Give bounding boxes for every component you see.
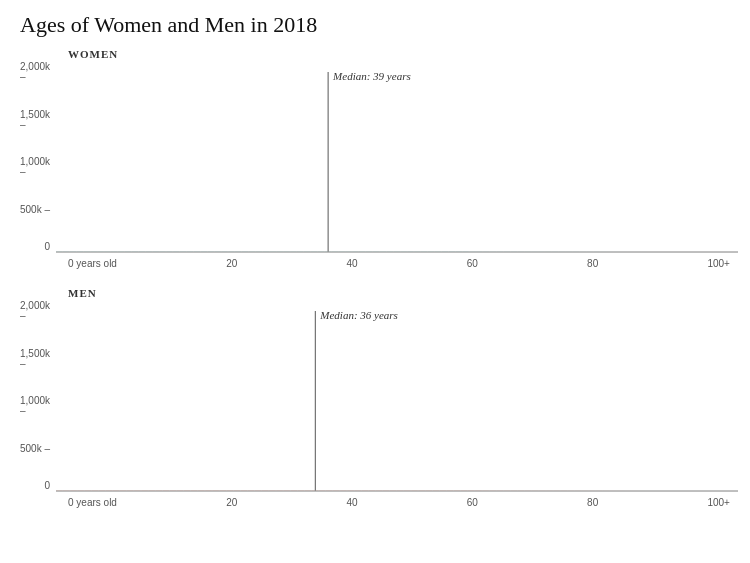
x-label-0: 0 years old — [68, 258, 117, 269]
men-y-tick-1500k: 1,500k – — [20, 349, 50, 369]
men-y-axis: 2,000k – 1,500k – 1,000k – 500k – 0 — [20, 301, 56, 496]
x-label-40: 40 — [346, 258, 357, 269]
women-label: WOMEN — [68, 48, 730, 60]
x-label-80: 80 — [587, 258, 598, 269]
men-y-tick-0: 0 — [44, 481, 50, 491]
x-label-40-men: 40 — [346, 497, 357, 508]
men-y-tick-500k: 500k – — [20, 444, 50, 454]
men-label: MEN — [68, 287, 730, 299]
women-x-axis: 0 years old 20 40 60 80 100+ — [20, 258, 730, 269]
men-chart-section: MEN 2,000k – 1,500k – 1,000k – 500k – 0 … — [20, 287, 730, 508]
page: Ages of Women and Men in 2018 WOMEN 2,00… — [0, 0, 750, 526]
x-label-20: 20 — [226, 258, 237, 269]
women-y-tick-1500k: 1,500k – — [20, 110, 50, 130]
women-y-tick-1000k: 1,000k – — [20, 157, 50, 177]
x-label-20-men: 20 — [226, 497, 237, 508]
x-label-0-men: 0 years old — [68, 497, 117, 508]
x-label-100: 100+ — [707, 258, 730, 269]
women-chart-section: WOMEN 2,000k – 1,500k – 1,000k – 500k – … — [20, 48, 730, 269]
men-y-tick-2000k: 2,000k – — [20, 301, 50, 321]
men-chart-svg: Median: 36 years — [56, 301, 738, 496]
women-y-axis-labels: 2,000k – 1,500k – 1,000k – 500k – 0 — [20, 62, 50, 252]
men-chart-area: 2,000k – 1,500k – 1,000k – 500k – 0 Medi… — [20, 301, 730, 496]
women-chart-container: Median: 39 years — [56, 62, 738, 257]
svg-text:Median: 39 years: Median: 39 years — [332, 70, 411, 82]
x-label-60-men: 60 — [467, 497, 478, 508]
men-x-axis: 0 years old 20 40 60 80 100+ — [20, 497, 730, 508]
x-label-100-men: 100+ — [707, 497, 730, 508]
main-title: Ages of Women and Men in 2018 — [20, 12, 730, 38]
women-y-tick-2000k: 2,000k – — [20, 62, 50, 82]
men-y-axis-labels: 2,000k – 1,500k – 1,000k – 500k – 0 — [20, 301, 50, 491]
x-label-60: 60 — [467, 258, 478, 269]
men-chart-container: Median: 36 years — [56, 301, 738, 496]
women-y-tick-500k: 500k – — [20, 205, 50, 215]
x-label-80-men: 80 — [587, 497, 598, 508]
women-chart-svg: Median: 39 years — [56, 62, 738, 257]
women-y-tick-0: 0 — [44, 242, 50, 252]
women-y-axis: 2,000k – 1,500k – 1,000k – 500k – 0 — [20, 62, 56, 257]
svg-text:Median: 36 years: Median: 36 years — [319, 309, 398, 321]
women-chart-area: 2,000k – 1,500k – 1,000k – 500k – 0 Medi… — [20, 62, 730, 257]
men-y-tick-1000k: 1,000k – — [20, 396, 50, 416]
